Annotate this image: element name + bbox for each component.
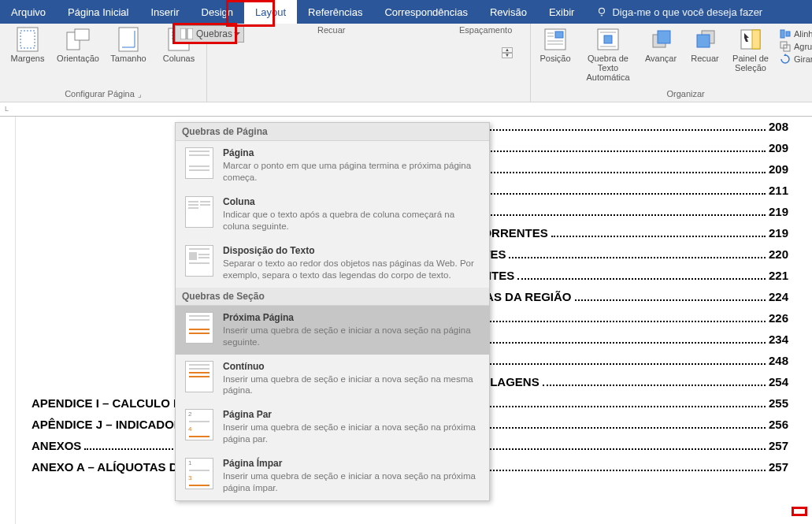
recuar-header: Recuar	[317, 25, 380, 36]
quebras-icon	[180, 28, 193, 39]
agrupar-icon	[780, 41, 791, 52]
margens-icon	[15, 27, 40, 52]
posicao-icon	[543, 27, 568, 52]
avancar-icon	[648, 27, 673, 52]
ribbon-tabbar: Arquivo Página Inicial Inserir Design La…	[0, 0, 812, 24]
svg-rect-4	[75, 29, 89, 40]
break-pagina-icon	[185, 147, 213, 179]
ruler-vertical[interactable]	[0, 117, 16, 524]
tab-inserir[interactable]: Inserir	[139, 0, 190, 24]
ruler-horizontal[interactable]: L	[0, 102, 812, 117]
avancar-button[interactable]: Avançar	[641, 27, 680, 82]
tell-me-label: Diga-me o que você deseja fazer	[612, 6, 762, 18]
break-pagina-impar[interactable]: 13 Página Ímpar Inserir uma quebra de se…	[176, 452, 489, 500]
tab-pagina-inicial[interactable]: Página Inicial	[57, 0, 139, 24]
tab-layout[interactable]: Layout	[244, 0, 297, 24]
stepper[interactable]: ▲▼	[502, 47, 513, 58]
break-disposicao-icon	[185, 245, 213, 277]
tamanho-icon	[116, 27, 141, 52]
girar-icon	[780, 54, 791, 65]
group-organizar: Posição Quebra de Texto Automática Avanç…	[531, 24, 812, 102]
break-impar-icon: 13	[185, 458, 213, 489]
posicao-button[interactable]: Posição	[536, 27, 575, 82]
alinhar-icon	[780, 28, 791, 39]
ruler-corner: L	[5, 105, 9, 113]
svg-rect-22	[604, 35, 612, 43]
painel-selecao-icon	[738, 27, 763, 52]
tab-revisao[interactable]: Revisão	[479, 0, 538, 24]
break-proxima-pagina[interactable]: Próxima Página Inserir uma quebra de seç…	[176, 306, 489, 355]
svg-rect-38	[187, 28, 193, 39]
tab-design[interactable]: Design	[191, 0, 244, 24]
orientacao-icon	[65, 27, 91, 52]
svg-rect-32	[780, 30, 784, 38]
quebra-texto-icon	[595, 27, 621, 52]
dropdown-header-secao: Quebras de Seção	[176, 288, 489, 306]
group-label-organizar: Organizar	[536, 87, 812, 100]
tamanho-button[interactable]: Tamanho	[106, 27, 151, 63]
break-continuo-icon	[185, 361, 213, 392]
margens-button[interactable]: Margens	[5, 27, 50, 63]
agrupar-button[interactable]: Agrupar▾	[780, 41, 812, 52]
quebra-texto-button[interactable]: Quebra de Texto Automática	[580, 27, 636, 82]
break-disposicao-texto[interactable]: Disposição do Texto Separar o texto ao r…	[176, 239, 489, 288]
tab-exibir[interactable]: Exibir	[538, 0, 586, 24]
break-proxima-icon	[185, 312, 213, 344]
break-coluna-icon	[185, 196, 213, 228]
espacamento-header: Espaçamento	[459, 25, 522, 36]
svg-rect-33	[786, 32, 790, 36]
break-par-icon: 24	[185, 409, 213, 440]
quebras-button[interactable]: Quebras	[175, 25, 244, 43]
break-pagina[interactable]: Página Marcar o ponto em que uma página …	[176, 141, 489, 190]
svg-rect-16	[555, 32, 563, 38]
tell-me-search[interactable]: Diga-me o que você deseja fazer	[585, 0, 773, 24]
svg-rect-37	[180, 28, 186, 39]
ruler-ticks	[236, 102, 812, 117]
tab-referencias[interactable]: Referências	[297, 0, 373, 24]
break-continuo[interactable]: Contínuo Inserir uma quebra de seção e i…	[176, 355, 489, 403]
group-label-configurar[interactable]: Configurar Página	[5, 87, 202, 100]
girar-button[interactable]: Girar▾	[780, 54, 812, 65]
svg-rect-26	[658, 31, 670, 43]
painel-selecao-button[interactable]: Painel de Seleção	[729, 27, 772, 82]
recuar-button[interactable]: Recuar	[685, 27, 725, 82]
break-coluna[interactable]: Coluna Indicar que o texto após a quebra…	[176, 190, 489, 239]
break-pagina-par[interactable]: 24 Página Par Inserir uma quebra de seçã…	[176, 403, 489, 452]
ribbon: Margens Orientação Tamanho Colunas Confi…	[0, 24, 812, 102]
tab-arquivo[interactable]: Arquivo	[0, 0, 57, 24]
highlight-bottom-right	[792, 507, 807, 516]
lightbulb-icon	[596, 6, 607, 17]
quebras-dropdown: Quebras de Página Página Marcar o ponto …	[175, 122, 490, 501]
alinhar-button[interactable]: Alinhar▾	[780, 28, 812, 39]
group-paragrafo: Recuar Espaçamento ▲▼	[207, 24, 531, 102]
dropdown-header-pagina: Quebras de Página	[176, 123, 489, 141]
recuar-icon	[692, 27, 717, 52]
orientacao-button[interactable]: Orientação	[55, 27, 101, 63]
arrange-small-buttons: Alinhar▾ Agrupar▾ Girar▾	[777, 27, 812, 82]
svg-rect-30	[752, 30, 760, 49]
tab-correspondencias[interactable]: Correspondências	[373, 0, 479, 24]
svg-rect-28	[697, 35, 710, 47]
svg-point-0	[599, 8, 605, 13]
